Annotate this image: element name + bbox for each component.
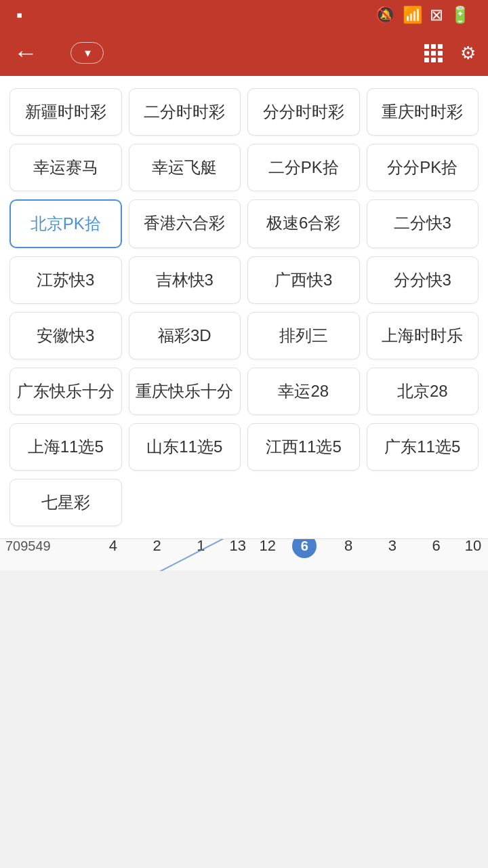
lottery-item-erfen-k3[interactable]: 二分快3 <box>367 199 479 248</box>
caizong-button[interactable] <box>424 44 447 62</box>
lottery-item-guangxi-k3[interactable]: 广西快3 <box>247 256 360 304</box>
lottery-item-shanghai-11[interactable]: 上海11选5 <box>9 423 122 471</box>
chevron-down-icon: ▾ <box>85 45 91 60</box>
lottery-item-xingyun-saima[interactable]: 幸运赛马 <box>9 144 122 191</box>
wifi-icon: 📶 <box>403 5 423 24</box>
lottery-item-erfen-pk[interactable]: 二分PK拾 <box>247 144 360 191</box>
mute-icon: 🔕 <box>375 5 396 24</box>
lottery-item-jiangxi-11[interactable]: 江西11选5 <box>247 423 360 471</box>
lottery-item-shanghai-shl[interactable]: 上海时时乐 <box>367 312 479 359</box>
lottery-item-beijing-pk[interactable]: 北京PK拾 <box>9 199 122 248</box>
lottery-item-chongqing[interactable]: 重庆时时彩 <box>367 88 479 136</box>
lottery-item-guangdong-11[interactable]: 广东11选5 <box>367 423 479 471</box>
lottery-item-fenfen[interactable]: 分分时时彩 <box>247 88 360 136</box>
status-icons: 🔕 📶 ⊠ 🔋 <box>375 5 477 24</box>
grid-icon <box>424 44 443 62</box>
lottery-item-jilin-k3[interactable]: 吉林快3 <box>129 256 241 304</box>
lottery-item-pailiesan[interactable]: 排列三 <box>247 312 360 359</box>
lottery-item-qixingcai[interactable]: 七星彩 <box>9 479 122 526</box>
lottery-item-xianggang[interactable]: 香港六合彩 <box>129 199 241 248</box>
lottery-item-xingyun-feiting[interactable]: 幸运飞艇 <box>129 144 241 191</box>
back-button[interactable]: ← <box>8 36 43 70</box>
lottery-item-fenfen-pk[interactable]: 分分PK拾 <box>367 144 479 191</box>
gear-icon: ⚙ <box>460 43 476 64</box>
lottery-item-beijing-28[interactable]: 北京28 <box>367 368 479 415</box>
dropdown-overlay: 新疆时时彩二分时时彩分分时时彩重庆时时彩幸运赛马幸运飞艇二分PK拾分分PK拾北京… <box>0 76 488 539</box>
lottery-item-jiangsu-k3[interactable]: 江苏快3 <box>9 256 122 304</box>
lottery-grid: 新疆时时彩二分时时彩分分时时彩重庆时时彩幸运赛马幸运飞艇二分PK拾分分PK拾北京… <box>9 88 479 526</box>
lottery-item-guangdong-kl10[interactable]: 广东快乐十分 <box>9 368 122 415</box>
lottery-item-xinjiang[interactable]: 新疆时时彩 <box>9 88 122 136</box>
lottery-item-fucai-3d[interactable]: 福彩3D <box>129 312 241 359</box>
helper-button[interactable]: ⚙ <box>460 43 480 64</box>
lottery-item-chongqing-kl10[interactable]: 重庆快乐十分 <box>129 368 241 415</box>
lottery-item-xingyun-28[interactable]: 幸运28 <box>247 368 360 415</box>
lottery-item-shandong-11[interactable]: 山东11选5 <box>129 423 241 471</box>
signal-icon: ⊠ <box>430 5 443 24</box>
lottery-item-erfen[interactable]: 二分时时彩 <box>129 88 241 136</box>
battery-icon: 🔋 <box>450 5 470 24</box>
toolbar: ← ▾ ⚙ <box>0 30 488 76</box>
lottery-item-jisu-6[interactable]: 极速6合彩 <box>247 199 360 248</box>
sim-icon: ▪ <box>16 5 22 26</box>
status-bar: ▪ 🔕 📶 ⊠ 🔋 <box>0 0 488 30</box>
lottery-item-fenfen-k3[interactable]: 分分快3 <box>367 256 479 304</box>
dropdown-button[interactable]: ▾ <box>70 42 104 64</box>
lottery-item-anhui-k3[interactable]: 安徽快3 <box>9 312 122 359</box>
